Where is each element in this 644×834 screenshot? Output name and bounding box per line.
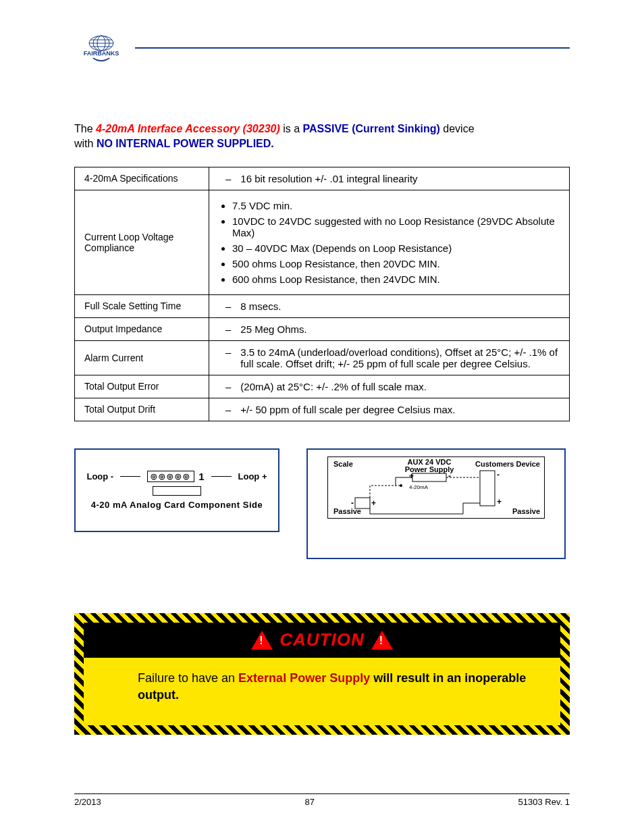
caution-text: Failure to have an xyxy=(138,671,238,685)
logo-text: FAIRBANKS xyxy=(84,50,119,57)
list-item: 600 ohms Loop Resistance, then 24VDC MIN… xyxy=(232,273,560,285)
intro-text: is a xyxy=(283,123,302,134)
connector-pins: ◎◎◎◎◎ xyxy=(147,471,194,482)
page-footer: 2/2013 87 51303 Rev. 1 xyxy=(74,793,570,807)
table-row: Total Output Drift+/- 50 ppm of full sca… xyxy=(75,398,570,421)
pin-number: 1 xyxy=(198,471,204,482)
brand-logo: FAIRBANKS xyxy=(81,34,122,66)
svg-rect-9 xyxy=(355,498,370,509)
table-row: Current Loop Voltage Compliance7.5 VDC m… xyxy=(75,190,570,294)
spec-value: 25 Meg Ohms. xyxy=(209,317,570,340)
warning-triangle-icon xyxy=(251,631,273,650)
spec-label: Current Loop Voltage Compliance xyxy=(75,190,209,294)
footer-doc-rev: 51303 Rev. 1 xyxy=(518,797,570,807)
figure-wiring-diagram: Scale AUX 24 VDC Power Supply Customers … xyxy=(306,448,566,559)
header-rule xyxy=(135,47,570,49)
svg-text:+: + xyxy=(371,498,376,508)
svg-rect-6 xyxy=(412,473,446,481)
caution-body: Failure to have an External Power Supply… xyxy=(84,658,560,725)
spec-value: (20mA) at 25°C: +/- .2% of full scale ma… xyxy=(209,375,570,398)
spec-label: Total Output Error xyxy=(75,375,209,398)
svg-text:+: + xyxy=(409,471,414,481)
caution-header: CAUTION xyxy=(84,623,560,658)
table-row: Full Scale Setting Time8 msecs. xyxy=(75,294,570,317)
caution-box: CAUTION Failure to have an External Powe… xyxy=(74,613,570,735)
table-row: 4-20mA Specifications16 bit resolution +… xyxy=(75,167,570,190)
svg-point-15 xyxy=(400,484,402,487)
table-row: Alarm Current3.5 to 24mA (underload/over… xyxy=(75,340,570,375)
figure-analog-card: Loop - ◎◎◎◎◎ 1 Loop + 4-20 mA Analog Car… xyxy=(74,448,279,532)
spec-label: Total Output Drift xyxy=(75,398,209,421)
list-item: 10VDC to 24VDC suggested with no Loop Re… xyxy=(232,215,560,238)
warning-triangle-icon xyxy=(371,631,393,650)
spec-label: Output Impedance xyxy=(75,317,209,340)
spec-table: 4-20mA Specifications16 bit resolution +… xyxy=(74,167,570,421)
spec-label: Full Scale Setting Time xyxy=(75,294,209,317)
svg-text:-: - xyxy=(497,470,500,479)
spec-value: 3.5 to 24mA (underload/overload conditio… xyxy=(209,340,570,375)
table-row: Output Impedance25 Meg Ohms. xyxy=(75,317,570,340)
svg-text:-: - xyxy=(448,471,451,481)
intro-product-name: 4-20mA Interface Accessory (30230) xyxy=(96,123,280,134)
svg-text:+: + xyxy=(497,497,502,506)
svg-text:-: - xyxy=(351,498,354,508)
figure-a-caption: 4-20 mA Analog Card Component Side xyxy=(82,500,271,510)
spec-value: 7.5 VDC min.10VDC to 24VDC suggested wit… xyxy=(209,190,570,294)
list-item: 500 ohms Loop Resistance, then 20VDC MIN… xyxy=(232,258,560,269)
intro-paragraph: The 4-20mA Interface Accessory (30230) i… xyxy=(74,122,570,152)
intro-text: device xyxy=(443,123,474,134)
spec-value: +/- 50 ppm of full scale per degree Cels… xyxy=(209,398,570,421)
intro-text: The xyxy=(74,123,96,134)
intro-no-power: NO INTERNAL POWER SUPPLIED. xyxy=(97,138,274,149)
loop-minus-label: Loop - xyxy=(86,471,113,481)
spec-value: 16 bit resolution +/- .01 integral linea… xyxy=(209,167,570,190)
intro-device-type: PASSIVE (Current Sinking) xyxy=(303,123,440,134)
spec-label: 4-20mA Specifications xyxy=(75,167,209,190)
caution-highlight: External Power Supply xyxy=(238,671,370,685)
svg-rect-12 xyxy=(480,471,495,506)
spec-value: 8 msecs. xyxy=(209,294,570,317)
caution-title: CAUTION xyxy=(279,629,364,650)
intro-text: with xyxy=(74,138,97,149)
footer-date: 2/2013 xyxy=(74,797,101,807)
list-item: 30 – 40VDC Max (Depends on Loop Resistan… xyxy=(232,242,560,254)
page: FAIRBANKS The 4-20mA Interface Accessory… xyxy=(0,0,644,834)
figure-row: Loop - ◎◎◎◎◎ 1 Loop + 4-20 mA Analog Car… xyxy=(74,448,570,559)
spec-label: Alarm Current xyxy=(75,340,209,375)
footer-page-number: 87 xyxy=(304,797,314,807)
loop-plus-label: Loop + xyxy=(238,471,267,481)
list-item: 7.5 VDC min. xyxy=(232,200,560,211)
table-row: Total Output Error(20mA) at 25°C: +/- .2… xyxy=(75,375,570,398)
